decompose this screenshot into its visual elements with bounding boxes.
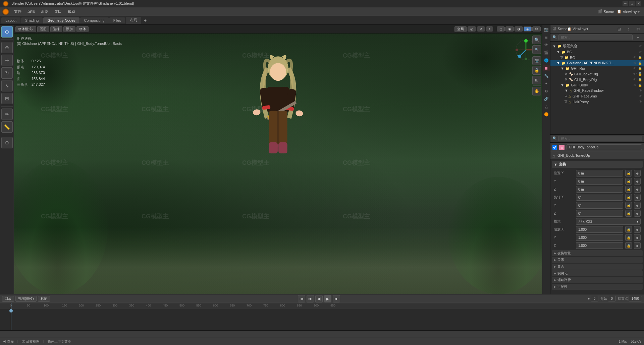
tree-item-ghislane[interactable]: ▼ 📁 Ghislane (APPEND/LINK T... 👁 🔒	[550, 60, 644, 66]
tab-layout[interactable]: Layout	[1, 17, 20, 23]
menu-item-render[interactable]: 渲染	[38, 8, 51, 15]
rotation-x-field[interactable]: 0°	[576, 194, 623, 201]
prop-constraints-icon[interactable]: 🔗	[543, 95, 550, 102]
end-frame-input[interactable]: 1480	[629, 296, 642, 301]
tool-add[interactable]: ⊕	[1, 137, 13, 148]
transform-section-header[interactable]: ▼ 变换	[552, 161, 643, 168]
tool-transform[interactable]: ⊞	[1, 93, 13, 104]
tool-move[interactable]: ✛	[1, 55, 13, 66]
prop-output-icon[interactable]: 🖨	[543, 34, 550, 41]
rotation-y-anim[interactable]: ◆	[634, 202, 641, 209]
scale-x-lock[interactable]: 🔒	[625, 226, 632, 233]
tree-item-ghi-facesmo[interactable]: ▽ △ GHI_FaceSmo 👁	[550, 93, 644, 99]
vp-zoom-in[interactable]: 🔍	[532, 36, 541, 44]
playhead[interactable]	[11, 303, 11, 309]
add-workspace-button[interactable]: +	[142, 17, 149, 24]
tab-geometry-nodes[interactable]: Geometry Nodes	[43, 17, 79, 23]
scale-y-lock[interactable]: 🔒	[625, 234, 632, 241]
scale-x-anim[interactable]: ◆	[634, 226, 641, 233]
position-x-lock[interactable]: 🔒	[625, 170, 632, 177]
visibility-icon-bg[interactable]: 👁	[639, 50, 642, 54]
visibility-icon-ghi-body[interactable]: 👁	[633, 83, 637, 87]
visibility-icon-faceshadow[interactable]: 👁	[639, 89, 642, 92]
collections-section[interactable]: ▶ 集合	[552, 264, 643, 270]
prop-render-icon[interactable]: 📷	[543, 26, 550, 33]
timeline-markers-btn[interactable]: 标记	[38, 296, 50, 302]
position-y-anim[interactable]: ◆	[634, 178, 641, 185]
tab-bulayout[interactable]: 布局	[126, 17, 141, 24]
tool-cursor[interactable]: ⊕	[1, 42, 13, 53]
tree-item-ghi-faceshadow[interactable]: ▼ △ GHI_FaceShadow 👁	[550, 88, 644, 93]
position-x-field[interactable]: 0 m	[576, 170, 623, 177]
rotation-x-lock[interactable]: 🔒	[625, 194, 632, 201]
prop-object-icon[interactable]: ◼	[543, 65, 550, 71]
tree-item-ghi-bodyrig[interactable]: ✕ 🦴 GHI_BodyRig 👁 🔒	[550, 77, 644, 82]
close-button[interactable]: ✕	[636, 1, 641, 6]
tool-scale[interactable]: ⤡	[1, 80, 13, 91]
timeline-tracks[interactable]	[0, 309, 644, 330]
timeline-header-btn[interactable]: 回放	[2, 296, 14, 302]
menu-item-edit[interactable]: 编辑	[25, 8, 38, 15]
scale-z-lock[interactable]: 🔒	[625, 242, 632, 249]
properties-search-input[interactable]	[558, 136, 642, 141]
viewport-select-menu[interactable]: 选择	[50, 26, 62, 32]
outliner-settings-btn[interactable]: ⚙	[634, 25, 642, 33]
rotation-y-lock[interactable]: 🔒	[625, 202, 632, 209]
scale-z-anim[interactable]: ◆	[634, 242, 641, 249]
search-options-btn[interactable]: ▾	[634, 33, 642, 42]
vp-camera[interactable]: 📷	[532, 56, 541, 65]
visibility-icon-ghislane[interactable]: 👁	[633, 61, 637, 65]
prop-physics-icon[interactable]: ⚙	[543, 88, 550, 94]
tree-item-scene-collection[interactable]: ▼ 📁 场景集合 👁	[550, 43, 644, 49]
tool-measure[interactable]: 📏	[1, 121, 13, 133]
current-frame-input[interactable]: 0	[591, 296, 599, 301]
viewlayer-selector[interactable]: 📋 ViewLayer	[617, 9, 640, 14]
tree-item-ghi-body[interactable]: ▼ 📁 GHI_Body 👁 🔒	[550, 82, 644, 88]
shading-rendered[interactable]: ◈	[524, 26, 532, 31]
visibility-section[interactable]: ▶ 可见性	[552, 284, 643, 290]
viewport-add-menu[interactable]: 添加	[63, 26, 75, 32]
tool-rotate[interactable]: ↻	[1, 67, 13, 79]
shading-extra[interactable]: ⚙	[532, 26, 541, 31]
proportional-edit[interactable]: ⟳	[477, 26, 485, 31]
tool-select[interactable]: ⬡	[1, 26, 13, 38]
rotation-z-anim[interactable]: ◆	[634, 210, 641, 217]
visibility-icon[interactable]: 👁	[639, 44, 642, 48]
visibility-icon-facesmo[interactable]: 👁	[639, 94, 642, 98]
tool-annotate[interactable]: ✏	[1, 109, 13, 120]
viewport-view-menu[interactable]: 视图	[37, 26, 49, 32]
scene-outliner[interactable]: ▼ 📁 场景集合 👁 ▼ 📁 BG 👁 ▽ 📁 BG 👁	[550, 42, 644, 135]
viewport-mode-selector[interactable]: 物体模式	[15, 26, 36, 32]
rotation-mode-selector[interactable]: XYZ 欧拉 ▾	[576, 218, 641, 225]
tree-item-hairproxy[interactable]: ▽ △ HairProxy 👁	[550, 99, 644, 105]
position-z-anim[interactable]: ◆	[634, 186, 641, 193]
menu-blender-icon[interactable]	[2, 8, 9, 15]
rotation-z-field[interactable]: 0°	[576, 210, 623, 217]
position-y-lock[interactable]: 🔒	[625, 178, 632, 185]
maximize-button[interactable]: □	[629, 1, 635, 6]
play-back-btn[interactable]: ◀	[315, 295, 323, 302]
visibility-icon-bodyrig[interactable]: 👁	[633, 78, 637, 81]
shading-solid[interactable]: ◉	[505, 26, 514, 31]
tree-item-ghi-jacketrig[interactable]: ✕ 🦴 GHI.JacketRig 👁 🔒	[550, 71, 644, 77]
instancing-section[interactable]: ▶ 实例化	[552, 270, 643, 276]
vp-zoom-out[interactable]: 🔍	[532, 45, 541, 54]
prop-data-icon[interactable]: △	[543, 103, 550, 110]
prop-view-icon[interactable]: 👁	[543, 42, 550, 48]
jump-start-btn[interactable]: ⏮	[298, 295, 305, 302]
global-local-selector[interactable]: 全局	[454, 26, 467, 32]
visibility-icon-jacketrig[interactable]: 👁	[633, 72, 637, 76]
start-frame-input[interactable]: 0	[608, 296, 616, 301]
scale-y-anim[interactable]: ◆	[634, 234, 641, 241]
play-btn[interactable]: ▶	[324, 295, 331, 302]
object-active-checkbox[interactable]	[552, 145, 557, 150]
viewport[interactable]: CG模型主 CG模型主 CG模型主 CG模型主 CG模型主 CG模型主 CG模型…	[14, 25, 542, 294]
position-z-field[interactable]: 0 m	[576, 186, 623, 193]
prop-particles-icon[interactable]: ✦	[543, 80, 550, 87]
motion-path-section[interactable]: ▶ 运动路径	[552, 277, 643, 283]
rotation-y-field[interactable]: 0°	[576, 202, 623, 209]
prop-modifiers-icon[interactable]: 🔧	[543, 72, 550, 79]
tab-files[interactable]: Files	[109, 17, 125, 23]
scene-selector[interactable]: 🎬 Scene	[598, 9, 614, 14]
relations-section[interactable]: ▶ 关系	[552, 257, 643, 263]
